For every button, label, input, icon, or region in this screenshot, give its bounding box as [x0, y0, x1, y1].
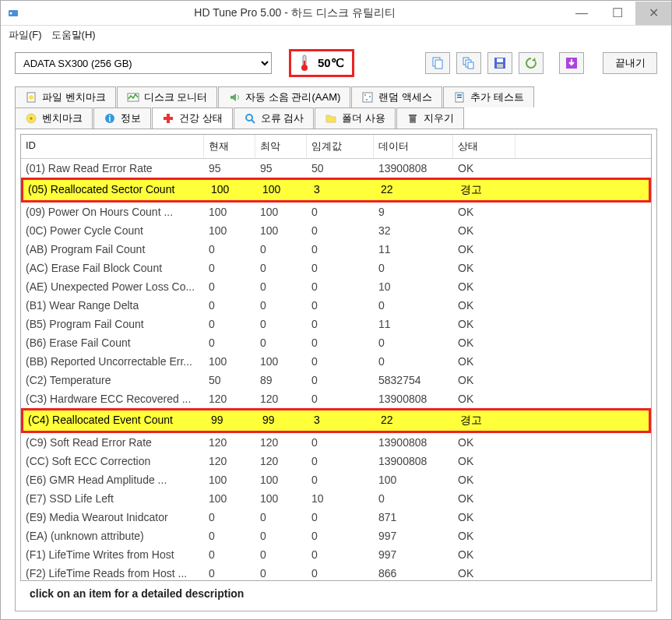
- svg-point-20: [366, 99, 368, 100]
- cell: 0: [255, 315, 307, 333]
- cell: 0: [307, 527, 374, 545]
- cell: 100: [204, 470, 255, 489]
- benchmark-icon: [25, 112, 37, 125]
- cell: (AE) Unexpected Power Loss Co...: [21, 277, 204, 296]
- health-row[interactable]: (AE) Unexpected Power Loss Co...00010OK: [21, 277, 651, 296]
- health-row[interactable]: (E7) SSD Life Left100100100OK: [21, 489, 651, 508]
- tab-info[interactable]: i정보: [93, 107, 151, 129]
- health-row[interactable]: (B1) Wear Range Delta0000OK: [21, 296, 651, 315]
- health-row[interactable]: (09) Power On Hours Count ...10010009OK: [21, 203, 651, 221]
- cell: 997: [374, 545, 453, 564]
- col-header-id[interactable]: ID: [21, 135, 204, 158]
- cell: (E7) SSD Life Left: [21, 489, 204, 508]
- cell: 0: [307, 277, 374, 296]
- tabs-row-1: 파일 벤치마크디스크 모니터자동 소음 관리(AAM)랜덤 액세스추가 테스트: [15, 86, 657, 107]
- minimize-button[interactable]: —: [564, 2, 600, 25]
- cell: 0: [307, 508, 374, 527]
- cell: 0: [307, 371, 374, 389]
- health-row[interactable]: (05) Reallocated Sector Count100100322경고: [21, 178, 651, 203]
- col-header-current[interactable]: 현재: [204, 135, 255, 158]
- tab-aam[interactable]: 자동 소음 관리(AAM): [218, 86, 350, 107]
- menu-help[interactable]: 도움말(H): [51, 28, 96, 42]
- tab-label: 지우기: [424, 111, 454, 125]
- tab-label: 디스크 모니터: [144, 90, 208, 104]
- svg-point-30: [246, 114, 252, 121]
- col-header-worst[interactable]: 최악: [255, 135, 307, 158]
- tab-erase[interactable]: 지우기: [396, 107, 464, 129]
- cell: OK: [453, 545, 515, 564]
- copy-button[interactable]: [425, 52, 450, 74]
- save-button[interactable]: [487, 52, 512, 74]
- cell: 22: [376, 410, 456, 431]
- cell: 95: [204, 159, 255, 178]
- col-header-data[interactable]: 데이터: [374, 135, 453, 158]
- close-button[interactable]: ✕: [635, 2, 671, 25]
- svg-point-4: [301, 65, 308, 71]
- health-row[interactable]: (AC) Erase Fail Block Count0000OK: [21, 259, 651, 277]
- tab-file-bench[interactable]: 파일 벤치마크: [15, 86, 116, 107]
- cell: OK: [453, 371, 515, 389]
- health-row[interactable]: (01) Raw Read Error Rate95955013900808OK: [21, 159, 651, 178]
- download-button[interactable]: [559, 52, 584, 74]
- temperature-value: 50℃: [318, 56, 344, 70]
- random-access-icon: [361, 91, 374, 104]
- copy-all-button[interactable]: [456, 52, 481, 74]
- tab-error-scan[interactable]: 오류 검사: [234, 107, 315, 129]
- tab-label: 벤치마크: [42, 111, 83, 125]
- cell: 0: [374, 259, 453, 277]
- tab-health[interactable]: 건강 상태: [152, 107, 233, 129]
- cell: 0: [255, 296, 307, 315]
- cell: 0: [307, 240, 374, 259]
- tab-random-access[interactable]: 랜덤 액세스: [351, 86, 442, 107]
- refresh-button[interactable]: [519, 52, 544, 74]
- health-row[interactable]: (C3) Hardware ECC Recovered ...120120013…: [21, 389, 651, 408]
- tabs-area: 파일 벤치마크디스크 모니터자동 소음 관리(AAM)랜덤 액세스추가 테스트 …: [1, 82, 671, 129]
- tab-folder-usage[interactable]: 폴더 사용: [315, 107, 396, 129]
- health-row[interactable]: (C9) Soft Read Error Rate120120013900808…: [21, 433, 651, 452]
- col-header-status[interactable]: 상태: [453, 135, 515, 158]
- cell: 100: [204, 352, 255, 371]
- cell: 120: [204, 452, 255, 470]
- cell: 866: [374, 564, 453, 581]
- health-row[interactable]: (E9) Media Wearout Inidcator000871OK: [21, 508, 651, 527]
- cell: 120: [255, 433, 307, 452]
- svg-rect-6: [435, 60, 442, 69]
- tab-benchmark[interactable]: 벤치마크: [15, 107, 93, 129]
- cell: (C9) Soft Read Error Rate: [21, 433, 204, 452]
- cell: 0: [255, 545, 307, 564]
- exit-button[interactable]: 끝내기: [603, 52, 657, 74]
- drive-select[interactable]: ADATA SX300 (256 GB): [15, 52, 272, 74]
- health-row[interactable]: (0C) Power Cycle Count100100032OK: [21, 221, 651, 240]
- menu-file[interactable]: 파일(F): [9, 28, 42, 42]
- health-row[interactable]: (B6) Erase Fail Count0000OK: [21, 333, 651, 352]
- cell: OK: [453, 277, 515, 296]
- health-row[interactable]: (B5) Program Fail Count00011OK: [21, 315, 651, 333]
- svg-point-19: [369, 96, 371, 97]
- health-row[interactable]: (C4) Reallocated Event Count9999322경고: [21, 408, 651, 433]
- cell: 100: [204, 489, 255, 508]
- cell: 50: [307, 159, 374, 178]
- health-row[interactable]: (CC) Soft ECC Correction120120013900808O…: [21, 452, 651, 470]
- file-bench-icon: [25, 91, 37, 104]
- cell: 0: [307, 564, 374, 581]
- tabs-row-2: 벤치마크i정보건강 상태오류 검사폴더 사용지우기: [15, 107, 657, 129]
- maximize-button[interactable]: ☐: [600, 2, 635, 25]
- tab-extra-tests[interactable]: 추가 테스트: [443, 86, 534, 107]
- cell: 0: [204, 240, 255, 259]
- cell: 0: [204, 277, 255, 296]
- health-row[interactable]: (E6) GMR Head Amplitude ...1001000100OK: [21, 470, 651, 489]
- health-row[interactable]: (F1) LifeTime Writes from Host000997OK: [21, 545, 651, 564]
- health-row[interactable]: (F2) LifeTime Reads from Host ...000866O…: [21, 564, 651, 581]
- health-row[interactable]: (AB) Program Fail Count00011OK: [21, 240, 651, 259]
- extra-tests-icon: [453, 91, 466, 104]
- tab-disk-monitor[interactable]: 디스크 모니터: [117, 86, 218, 107]
- col-header-threshold[interactable]: 임계값: [307, 135, 374, 158]
- cell: 0: [307, 389, 374, 408]
- cell: (E9) Media Wearout Inidcator: [21, 508, 204, 527]
- error-scan-icon: [244, 112, 256, 125]
- health-row[interactable]: (C2) Temperature508905832754OK: [21, 371, 651, 389]
- cell: 0: [255, 333, 307, 352]
- health-row[interactable]: (EA) (unknown attribute)000997OK: [21, 527, 651, 545]
- health-row[interactable]: (BB) Reported Uncorrectable Err...100100…: [21, 352, 651, 371]
- cell: 100: [255, 221, 307, 240]
